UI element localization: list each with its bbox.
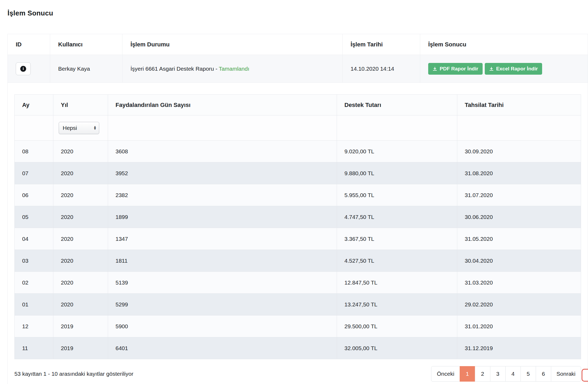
cell-gun: 1811 [108, 250, 337, 272]
pagination-page-1[interactable]: 1 [460, 366, 475, 382]
pagination: Önceki 123456 Sonraki [431, 366, 581, 382]
page: İşlem Sonucu ID Kullanıcı İşlem Durumu İ… [0, 0, 588, 384]
filter-cell-gun [108, 115, 337, 141]
table-row: 122019590029.500,00 TL31.01.2020 [15, 315, 581, 337]
col-header-islem-sonucu: İşlem Sonucu [420, 34, 588, 55]
download-icon [489, 66, 494, 71]
filter-cell-tarih [457, 115, 581, 141]
table-row: 05202018994.747,50 TL30.06.2020 [15, 206, 581, 228]
support-table-header-row: Ay Yıl Faydalandırılan Gün Sayısı Destek… [15, 95, 581, 115]
result-row: i Berkay Kaya İşyeri 6661 Asgari Destek … [8, 55, 588, 83]
status-cell: İşyeri 6661 Asgari Destek Raporu - Tamam… [122, 55, 343, 83]
date-cell: 14.10.2020 14:14 [343, 55, 420, 83]
cell-tarih: 31.12.2019 [457, 337, 581, 359]
pagination-prev[interactable]: Önceki [431, 366, 460, 382]
cell-yil: 2020 [53, 141, 108, 162]
cell-tarih: 31.03.2020 [457, 272, 581, 294]
id-cell: i [8, 55, 50, 83]
cell-ay: 06 [15, 184, 53, 206]
cell-ay: 04 [15, 228, 53, 250]
partial-red-element [582, 369, 588, 382]
pagination-page-2[interactable]: 2 [475, 366, 490, 382]
pagination-page-4[interactable]: 4 [505, 366, 521, 382]
cell-tutar: 32.005,00 TL [337, 337, 457, 359]
col-header-ay[interactable]: Ay [15, 95, 53, 115]
cell-ay: 02 [15, 272, 53, 294]
cell-tarih: 30.04.2020 [457, 250, 581, 272]
cell-ay: 12 [15, 315, 53, 337]
cell-tarih: 31.07.2020 [457, 184, 581, 206]
cell-tutar: 13.247,50 TL [337, 294, 457, 315]
result-table-header-row: ID Kullanıcı İşlem Durumu İşlem Tarihi İ… [8, 34, 588, 55]
cell-tarih: 30.06.2020 [457, 206, 581, 228]
cell-yil: 2020 [53, 250, 108, 272]
info-icon: i [20, 66, 26, 72]
pagination-page-6[interactable]: 6 [536, 366, 551, 382]
excel-download-button[interactable]: Excel Rapor İndir [485, 63, 542, 75]
table-footer: 53 kayıttan 1 - 10 arasındaki kayıtlar g… [14, 366, 581, 382]
result-table: ID Kullanıcı İşlem Durumu İşlem Tarihi İ… [7, 34, 588, 384]
select-stepper-icon: ▲▼ [93, 126, 97, 130]
actions-cell: PDF Rapor İndir Excel Rapor İndir [420, 55, 588, 83]
table-row: 06202023825.955,00 TL31.07.2020 [15, 184, 581, 206]
table-row: 112019640132.005,00 TL31.12.2019 [15, 337, 581, 359]
cell-yil: 2020 [53, 184, 108, 206]
cell-ay: 07 [15, 162, 53, 184]
cell-yil: 2020 [53, 228, 108, 250]
support-table: Ay Yıl Faydalandırılan Gün Sayısı Destek… [14, 94, 581, 359]
cell-tutar: 4.527,50 TL [337, 250, 457, 272]
cell-tarih: 31.01.2020 [457, 315, 581, 337]
records-info: 53 kayıttan 1 - 10 arasındaki kayıtlar g… [14, 371, 133, 377]
cell-tarih: 29.02.2020 [457, 294, 581, 315]
cell-ay: 11 [15, 337, 53, 359]
cell-tarih: 31.05.2020 [457, 228, 581, 250]
col-header-destek-tutari[interactable]: Destek Tutarı [337, 95, 457, 115]
cell-ay: 05 [15, 206, 53, 228]
filter-row: Hepsi ▲▼ [15, 115, 581, 141]
table-row: 03202018114.527,50 TL30.04.2020 [15, 250, 581, 272]
pagination-page-3[interactable]: 3 [490, 366, 506, 382]
year-filter-select[interactable]: Hepsi ▲▼ [59, 122, 99, 134]
cell-tutar: 12.847,50 TL [337, 272, 457, 294]
cell-gun: 5299 [108, 294, 337, 315]
cell-yil: 2020 [53, 272, 108, 294]
cell-gun: 1347 [108, 228, 337, 250]
year-filter-value: Hepsi [63, 125, 77, 131]
pagination-next[interactable]: Sonraki [551, 366, 581, 382]
cell-tarih: 30.09.2020 [457, 141, 581, 162]
col-header-yil[interactable]: Yıl [53, 95, 108, 115]
cell-yil: 2020 [53, 206, 108, 228]
cell-ay: 01 [15, 294, 53, 315]
filter-cell-ay [15, 115, 53, 141]
cell-gun: 2382 [108, 184, 337, 206]
cell-ay: 03 [15, 250, 53, 272]
col-header-tahsilat-tarihi[interactable]: Tahsilat Tarihi [457, 95, 581, 115]
pagination-page-5[interactable]: 5 [521, 366, 536, 382]
user-cell: Berkay Kaya [50, 55, 122, 83]
col-header-islem-durumu: İşlem Durumu [122, 34, 343, 55]
cell-gun: 3952 [108, 162, 337, 184]
table-row: 08202036089.020,00 TL30.09.2020 [15, 141, 581, 162]
cell-tutar: 3.367,50 TL [337, 228, 457, 250]
download-icon [432, 66, 437, 71]
cell-tarih: 31.08.2020 [457, 162, 581, 184]
cell-yil: 2020 [53, 294, 108, 315]
cell-yil: 2019 [53, 315, 108, 337]
cell-yil: 2019 [53, 337, 108, 359]
table-row: 022020513912.847,50 TL31.03.2020 [15, 272, 581, 294]
filter-cell-yil: Hepsi ▲▼ [53, 115, 108, 141]
cell-tutar: 29.500,00 TL [337, 315, 457, 337]
cell-gun: 5139 [108, 272, 337, 294]
excel-download-label: Excel Rapor İndir [496, 66, 538, 72]
cell-gun: 1899 [108, 206, 337, 228]
pdf-download-button[interactable]: PDF Rapor İndir [428, 63, 483, 75]
col-header-gun-sayisi[interactable]: Faydalandırılan Gün Sayısı [108, 95, 337, 115]
detail-row: Ay Yıl Faydalandırılan Gün Sayısı Destek… [8, 83, 588, 384]
col-header-kullanici: Kullanıcı [50, 34, 122, 55]
cell-yil: 2020 [53, 162, 108, 184]
info-button[interactable]: i [16, 62, 31, 75]
cell-gun: 5900 [108, 315, 337, 337]
cell-tutar: 4.747,50 TL [337, 206, 457, 228]
table-row: 012020529913.247,50 TL29.02.2020 [15, 294, 581, 315]
filter-cell-tutar [337, 115, 457, 141]
